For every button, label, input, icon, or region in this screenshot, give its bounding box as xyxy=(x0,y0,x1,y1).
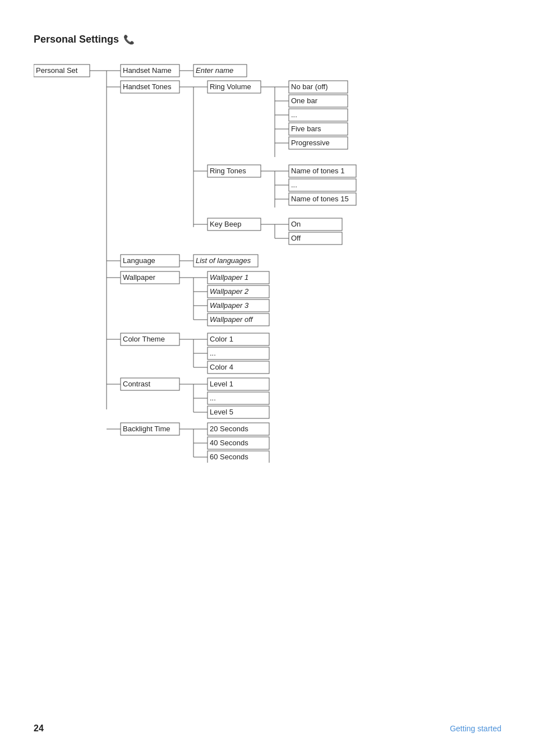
title-text: Personal Settings xyxy=(34,34,119,45)
svg-text:Handset Tones: Handset Tones xyxy=(123,82,172,91)
svg-rect-92 xyxy=(207,347,269,359)
svg-text:Handset Name: Handset Name xyxy=(123,66,172,75)
svg-text:On: On xyxy=(291,220,301,228)
svg-rect-106 xyxy=(207,392,269,404)
svg-text:List of languages: List of languages xyxy=(196,256,251,265)
svg-text:Language: Language xyxy=(123,256,155,265)
svg-text:Wallpaper: Wallpaper xyxy=(123,273,156,282)
svg-text:...: ... xyxy=(291,181,297,189)
svg-text:...: ... xyxy=(210,394,216,402)
svg-text:Enter name: Enter name xyxy=(196,66,233,75)
svg-text:Key Beep: Key Beep xyxy=(210,220,241,228)
svg-text:Color 4: Color 4 xyxy=(210,363,233,371)
svg-text:No bar (off): No bar (off) xyxy=(291,82,328,91)
svg-text:Backlight Time: Backlight Time xyxy=(123,425,170,433)
svg-rect-27 xyxy=(289,109,348,121)
tree-svg: Personal Set Handset Name Enter name Han… xyxy=(34,59,494,463)
svg-text:Off: Off xyxy=(291,234,301,242)
svg-text:Contrast: Contrast xyxy=(123,380,151,388)
svg-text:60 Seconds: 60 Seconds xyxy=(210,453,248,461)
svg-text:One bar: One bar xyxy=(291,96,318,105)
svg-text:Five bars: Five bars xyxy=(291,125,321,133)
svg-text:Wallpaper 2: Wallpaper 2 xyxy=(210,287,249,296)
svg-text:Wallpaper off: Wallpaper off xyxy=(210,315,253,324)
svg-text:Level 1: Level 1 xyxy=(210,380,233,388)
tree-diagram: Personal Set Handset Name Enter name Han… xyxy=(34,59,494,464)
page-number: 24 xyxy=(34,723,44,734)
svg-text:...: ... xyxy=(210,349,216,357)
svg-text:Ring Tones: Ring Tones xyxy=(210,167,246,175)
page-title: Personal Settings 📞 xyxy=(34,34,501,45)
svg-text:40 Seconds: 40 Seconds xyxy=(210,439,248,447)
svg-text:Personal Set: Personal Set xyxy=(36,66,78,75)
svg-text:Progressive: Progressive xyxy=(291,139,330,147)
svg-text:Wallpaper 1: Wallpaper 1 xyxy=(210,273,248,282)
svg-text:Name of tones 1: Name of tones 1 xyxy=(291,167,344,175)
svg-text:Ring Volume: Ring Volume xyxy=(210,82,251,91)
svg-text:Color Theme: Color Theme xyxy=(123,335,165,343)
section-label: Getting started xyxy=(450,724,501,733)
svg-text:Wallpaper 3: Wallpaper 3 xyxy=(210,301,249,310)
page-footer: 24 Getting started xyxy=(34,723,501,734)
svg-text:...: ... xyxy=(291,110,297,119)
svg-rect-44 xyxy=(289,179,356,191)
handset-icon: 📞 xyxy=(123,34,135,45)
svg-text:Level 5: Level 5 xyxy=(210,408,233,416)
svg-text:Name of tones 15: Name of tones 15 xyxy=(291,195,349,203)
svg-text:20 Seconds: 20 Seconds xyxy=(210,425,248,433)
svg-text:Color 1: Color 1 xyxy=(210,335,233,343)
